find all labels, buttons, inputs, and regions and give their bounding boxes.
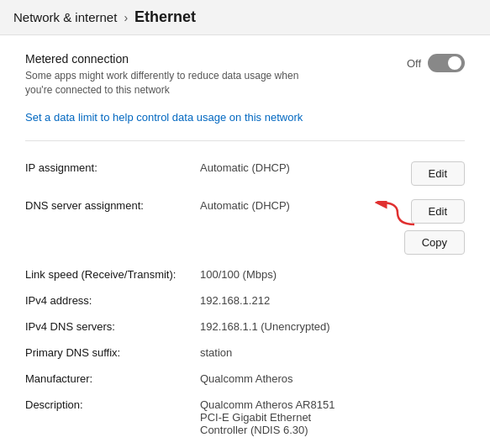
dns-action-area: Edit Copy [404,199,465,255]
content-area: Metered connection Some apps might work … [0,35,490,448]
link-speed-label: Link speed (Receive/Transmit): [25,268,193,281]
driver-version-row: Driver version: 2.1.0.16 [25,443,465,448]
manufacturer-row: Manufacturer: Qualcomm Atheros [25,366,465,392]
ipv4-address-label: IPv4 address: [25,294,193,307]
ip-assignment-row: IP assignment: Automatic (DHCP) Edit [25,155,465,192]
description-label: Description: [25,398,193,411]
header-ethernet-label: Ethernet [134,8,196,26]
dns-assignment-value: Automatic (DHCP) [200,199,398,212]
header-network-label: Network & internet [13,10,117,24]
primary-dns-suffix-value: station [200,346,465,359]
dns-copy-button[interactable]: Copy [404,230,465,255]
metered-connection-section: Metered connection Some apps might work … [25,52,465,98]
ipv4-address-row: IPv4 address: 192.168.1.212 [25,287,465,314]
manufacturer-label: Manufacturer: [25,372,193,385]
ipv4-dns-servers-value: 192.168.1.1 (Unencrypted) [200,320,465,333]
metered-title: Metered connection [25,52,390,66]
metered-toggle[interactable] [428,54,465,72]
toggle-knob [448,56,461,70]
toggle-container[interactable]: Off [407,52,465,72]
description-value: Qualcomm Atheros AR8151 PCI-E Gigabit Et… [200,398,465,436]
metered-text-block: Metered connection Some apps might work … [25,52,407,98]
metered-description: Some apps might work differently to redu… [25,69,311,98]
ip-assignment-label: IP assignment: [25,161,193,174]
ipv4-dns-servers-label: IPv4 DNS servers: [25,320,193,333]
dns-assignment-label: DNS server assignment: [25,199,193,212]
ip-assignment-edit-button[interactable]: Edit [411,161,465,186]
ipv4-address-value: 192.168.1.212 [200,294,465,307]
description-row: Description: Qualcomm Atheros AR8151 PCI… [25,392,465,443]
divider [25,140,465,141]
header: Network & internet › Ethernet [0,0,490,35]
ip-assignment-value: Automatic (DHCP) [200,161,404,174]
primary-dns-suffix-row: Primary DNS suffix: station [25,340,465,366]
dns-assignment-action: Edit Copy [404,199,465,255]
toggle-label: Off [407,57,421,70]
ip-assignment-action: Edit [411,161,465,186]
manufacturer-value: Qualcomm Atheros [200,372,465,385]
link-speed-value: 100/100 (Mbps) [200,268,465,281]
link-speed-row: Link speed (Receive/Transmit): 100/100 (… [25,261,465,287]
data-limit-link[interactable]: Set a data limit to help control data us… [25,111,465,124]
dns-edit-button[interactable]: Edit [411,199,465,224]
primary-dns-suffix-label: Primary DNS suffix: [25,346,193,359]
ipv4-dns-servers-row: IPv4 DNS servers: 192.168.1.1 (Unencrypt… [25,314,465,340]
info-rows: IP assignment: Automatic (DHCP) Edit DNS… [25,155,465,448]
dns-assignment-row: DNS server assignment: Automatic (DHCP) … [25,192,465,261]
header-separator: › [124,11,128,24]
